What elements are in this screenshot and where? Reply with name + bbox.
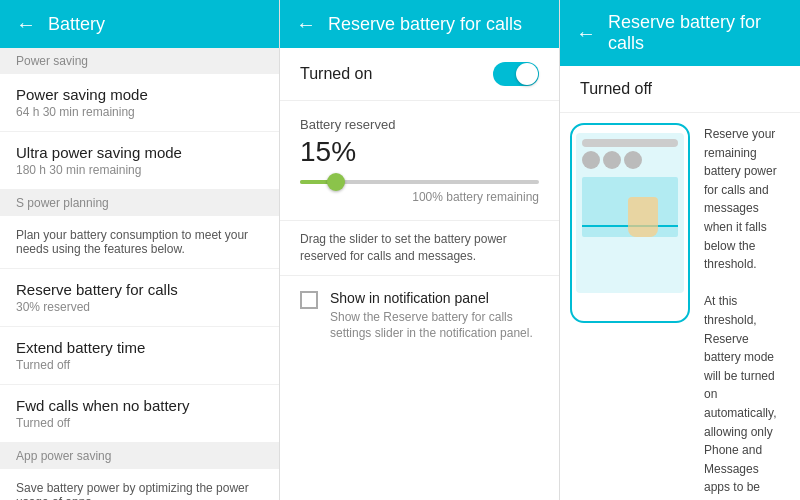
reserve-battery-sub: 30% reserved <box>16 300 263 314</box>
checkbox-content: Show in notification panel Show the Rese… <box>330 290 539 343</box>
right-toggle-row: Turned off <box>560 66 800 113</box>
phone-app-icon-3 <box>624 151 642 169</box>
section-power-saving-label: Power saving <box>0 48 279 74</box>
menu-s-power-desc: Plan your battery consumption to meet yo… <box>0 216 279 269</box>
phone-screen <box>576 133 684 293</box>
phone-icon-row <box>582 151 678 169</box>
menu-ultra-power-saving[interactable]: Ultra power saving mode 180 h 30 min rem… <box>0 132 279 190</box>
phone-hand <box>628 197 658 237</box>
battery-percent-value: 15% <box>300 136 539 168</box>
right-reserve-battery-title-header: Reserve battery for calls <box>608 12 784 54</box>
s-power-desc-text: Plan your battery consumption to meet yo… <box>16 228 263 256</box>
phone-image <box>570 123 690 323</box>
middle-back-arrow-icon[interactable]: ← <box>296 13 316 36</box>
back-arrow-icon[interactable]: ← <box>16 13 36 36</box>
right-toggle-label: Turned off <box>580 80 652 97</box>
drag-hint-text: Drag the slider to set the battery power… <box>280 221 559 276</box>
battery-title: Battery <box>48 14 105 35</box>
menu-power-saving-mode[interactable]: Power saving mode 64 h 30 min remaining <box>0 74 279 132</box>
battery-panel: ← Battery Power saving Power saving mode… <box>0 0 280 500</box>
extend-battery-title: Extend battery time <box>16 339 263 356</box>
menu-extend-battery[interactable]: Extend battery time Turned off <box>0 327 279 385</box>
fwd-calls-sub: Turned off <box>16 416 263 430</box>
middle-toggle-label: Turned on <box>300 65 372 83</box>
phone-status-bar <box>582 139 678 147</box>
slider-end-label: 100% battery remaining <box>300 190 539 204</box>
slider-track[interactable] <box>300 180 539 184</box>
phone-illustration <box>560 113 700 500</box>
middle-toggle-row: Turned on <box>280 48 559 101</box>
slider-thumb[interactable] <box>327 173 345 191</box>
menu-app-power-desc: Save battery power by optimizing the pow… <box>0 469 279 500</box>
checkbox-label: Show in notification panel <box>330 290 539 306</box>
slider-section: Battery reserved 15% 100% battery remain… <box>280 101 559 221</box>
battery-header: ← Battery <box>0 0 279 48</box>
ultra-power-sub: 180 h 30 min remaining <box>16 163 263 177</box>
menu-reserve-battery[interactable]: Reserve battery for calls 30% reserved <box>0 269 279 327</box>
reserve-battery-title: Reserve battery for calls <box>16 281 263 298</box>
notification-panel-checkbox[interactable] <box>300 291 318 309</box>
phone-graph <box>582 177 678 237</box>
menu-fwd-calls[interactable]: Fwd calls when no battery Turned off <box>0 385 279 443</box>
phone-app-icon-1 <box>582 151 600 169</box>
power-saving-mode-title: Power saving mode <box>16 86 263 103</box>
power-saving-mode-sub: 64 h 30 min remaining <box>16 105 263 119</box>
right-back-arrow-icon[interactable]: ← <box>576 22 596 45</box>
checkbox-sub: Show the Reserve battery for calls setti… <box>330 309 539 343</box>
battery-content: Power saving Power saving mode 64 h 30 m… <box>0 48 279 500</box>
ultra-power-title: Ultra power saving mode <box>16 144 263 161</box>
app-power-desc-text: Save battery power by optimizing the pow… <box>16 481 263 500</box>
right-description-text: Reserve your remaining battery power for… <box>700 113 800 500</box>
section-s-power-label: S power planning <box>0 190 279 216</box>
phone-app-icon-2 <box>603 151 621 169</box>
section-app-power-label: App power saving <box>0 443 279 469</box>
fwd-calls-title: Fwd calls when no battery <box>16 397 263 414</box>
reserve-battery-panel: ← Reserve battery for calls Turned on Ba… <box>280 0 560 500</box>
reserve-battery-header: ← Reserve battery for calls <box>280 0 559 48</box>
extend-battery-sub: Turned off <box>16 358 263 372</box>
notification-panel-checkbox-row[interactable]: Show in notification panel Show the Rese… <box>280 276 559 357</box>
right-reserve-battery-header: ← Reserve battery for calls <box>560 0 800 66</box>
right-content-area: Reserve your remaining battery power for… <box>560 113 800 500</box>
middle-toggle-switch[interactable] <box>493 62 539 86</box>
battery-reserved-label: Battery reserved <box>300 117 539 132</box>
reserve-battery-title-header: Reserve battery for calls <box>328 14 522 35</box>
right-reserve-battery-panel: ← Reserve battery for calls Turned off <box>560 0 800 500</box>
